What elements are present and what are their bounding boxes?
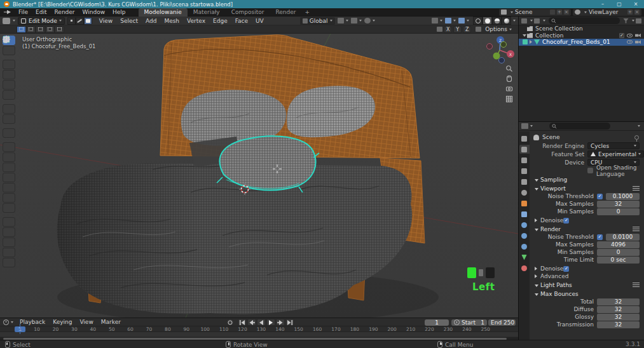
outliner-row[interactable]: Chocofur_Free_Beds_01 ✓ — [519, 39, 644, 46]
pin-icon[interactable] — [634, 135, 639, 140]
expand-arrow-icon[interactable] — [535, 291, 540, 297]
properties-tab-physics[interactable] — [519, 231, 530, 240]
menu-help[interactable]: Help — [109, 9, 130, 15]
expand-arrow-icon[interactable] — [535, 265, 540, 272]
shading-material[interactable] — [492, 17, 502, 25]
hide-eye-icon[interactable] — [627, 40, 633, 44]
tool-spin[interactable] — [3, 203, 15, 213]
menu-edit[interactable]: Edit — [32, 9, 50, 15]
minimize-button[interactable]: – — [594, 0, 611, 8]
properties-tab-particles[interactable] — [519, 220, 530, 229]
properties-search-input[interactable] — [549, 123, 610, 130]
frame-start-field[interactable]: Start 1 — [451, 319, 487, 326]
expand-arrow-icon[interactable] — [535, 282, 540, 288]
viewport-menu-mesh[interactable]: Mesh — [161, 18, 182, 24]
mirror-axis-y[interactable]: Y — [453, 26, 462, 33]
properties-tab-object-data[interactable] — [519, 253, 530, 262]
add-workspace-button[interactable]: + — [301, 8, 313, 17]
expand-arrow-icon[interactable] — [535, 273, 540, 279]
select-option-extend[interactable] — [26, 26, 36, 33]
unlink-scene-icon[interactable]: × — [564, 10, 569, 15]
field-dropdown[interactable]: Experimental — [587, 151, 644, 157]
properties-tab-modifiers[interactable] — [519, 210, 530, 218]
property-row[interactable]: Light Paths Light Paths ✓ — [531, 281, 641, 289]
new-viewlayer-icon[interactable]: + — [627, 10, 633, 15]
select-option-subtract[interactable] — [36, 26, 45, 33]
prev-keyframe-button[interactable] — [247, 319, 256, 326]
properties-options-caret[interactable] — [638, 125, 640, 127]
value-slider[interactable]: 32 — [597, 321, 640, 328]
tool-edge-slide[interactable] — [3, 227, 15, 237]
outliner-display-mode-icon[interactable] — [521, 18, 527, 23]
expand-arrow-icon[interactable] — [535, 249, 540, 255]
mode-dropdown[interactable]: Edit Mode — [18, 17, 65, 25]
tool-shrink-fatten[interactable] — [3, 238, 15, 247]
viewport-menu-uv[interactable]: UV — [252, 18, 267, 24]
tool-shear[interactable] — [3, 248, 15, 257]
hide-eye-icon[interactable] — [627, 34, 633, 37]
select-option-invert[interactable] — [45, 26, 55, 33]
viewlayer-selector[interactable]: ViewLayer + × — [573, 9, 641, 16]
property-row[interactable]: Glossy Glossy ✓ 32 — [531, 313, 641, 321]
play-reverse-button[interactable] — [257, 319, 266, 326]
properties-editor-icon[interactable] — [521, 123, 528, 129]
jump-to-start-button[interactable] — [238, 319, 247, 326]
timeline-menu-view[interactable]: View — [76, 319, 97, 325]
close-button[interactable]: × — [627, 0, 644, 8]
tool-options-dropdown[interactable]: Options — [483, 26, 514, 33]
filter-icon[interactable] — [623, 18, 629, 23]
property-row[interactable]: Render Render ✓ — [531, 225, 641, 233]
property-row[interactable]: Time Limit Time Limit ✓ 0 sec — [531, 256, 641, 264]
xray-toggle[interactable] — [458, 18, 469, 23]
editor-type-icon[interactable] — [3, 18, 10, 24]
next-keyframe-button[interactable] — [276, 319, 285, 326]
shading-solid[interactable] — [483, 17, 492, 25]
timeline-ruler[interactable]: 1 10203040506070809010011012013014015016… — [0, 326, 518, 332]
tool-extrude-region[interactable] — [3, 142, 15, 152]
menu-file[interactable]: File — [15, 9, 32, 15]
expand-arrow-icon[interactable] — [535, 208, 540, 215]
property-row[interactable]: Diffuse Diffuse ✓ 32 — [531, 305, 641, 313]
tool-bevel[interactable] — [3, 163, 15, 172]
property-row[interactable]: Min Samples Min Samples ✓ 0 — [531, 248, 641, 256]
menu-render[interactable]: Render — [51, 9, 79, 15]
properties-tab-constraints[interactable] — [519, 242, 530, 251]
workspace-tab--object-object-[interactable]: Modelowanie — [139, 8, 188, 17]
expand-arrow-icon[interactable] — [535, 241, 540, 248]
tool-rotate[interactable] — [3, 70, 15, 79]
mirror-axis-z[interactable]: Z — [463, 26, 471, 33]
maximize-button[interactable]: ▢ — [611, 0, 627, 8]
tool-transform[interactable] — [3, 90, 15, 100]
tool-rip-region[interactable] — [3, 258, 15, 267]
tool-smooth[interactable] — [3, 217, 15, 227]
expand-arrow-icon[interactable] — [535, 217, 540, 224]
expand-arrow-icon[interactable] — [523, 33, 527, 37]
tool-annotate[interactable] — [3, 104, 15, 114]
value-slider[interactable]: 32 — [597, 314, 640, 321]
tool-poly-build[interactable] — [3, 193, 15, 203]
properties-tab-object[interactable] — [519, 199, 530, 208]
property-row[interactable]: Min Samples Min Samples ✓ 0 — [531, 208, 641, 215]
properties-tab-render[interactable] — [519, 145, 530, 154]
preset-icon[interactable] — [633, 186, 640, 191]
expand-arrow-icon[interactable] — [530, 40, 534, 44]
expand-arrow-icon[interactable] — [535, 314, 540, 320]
value-slider[interactable]: 32 — [597, 201, 640, 208]
expand-arrow-icon[interactable] — [535, 257, 540, 263]
tool-add-cube[interactable] — [3, 128, 15, 138]
properties-tab-tool[interactable] — [519, 134, 530, 143]
gizmo-neg-x[interactable] — [487, 44, 493, 50]
tool-move[interactable] — [3, 60, 15, 69]
pivot-point-dropdown[interactable] — [338, 18, 348, 23]
viewport-menu-vertex[interactable]: Vertex — [184, 18, 209, 24]
shading-rendered[interactable] — [502, 17, 511, 25]
timeline-menu-marker[interactable]: Marker — [97, 319, 125, 325]
expand-arrow-icon[interactable] — [535, 321, 540, 328]
disable-render-icon[interactable] — [635, 34, 641, 37]
proportional-editing-toggle[interactable] — [364, 18, 375, 23]
property-row[interactable]: Denoise Denoise ✓ — [531, 217, 641, 224]
auto-keyframe-button[interactable] — [226, 319, 234, 326]
expand-arrow-icon[interactable] — [535, 226, 540, 232]
outliner-scope-icon[interactable] — [534, 18, 540, 23]
viewport-menu-add[interactable]: Add — [142, 18, 160, 24]
